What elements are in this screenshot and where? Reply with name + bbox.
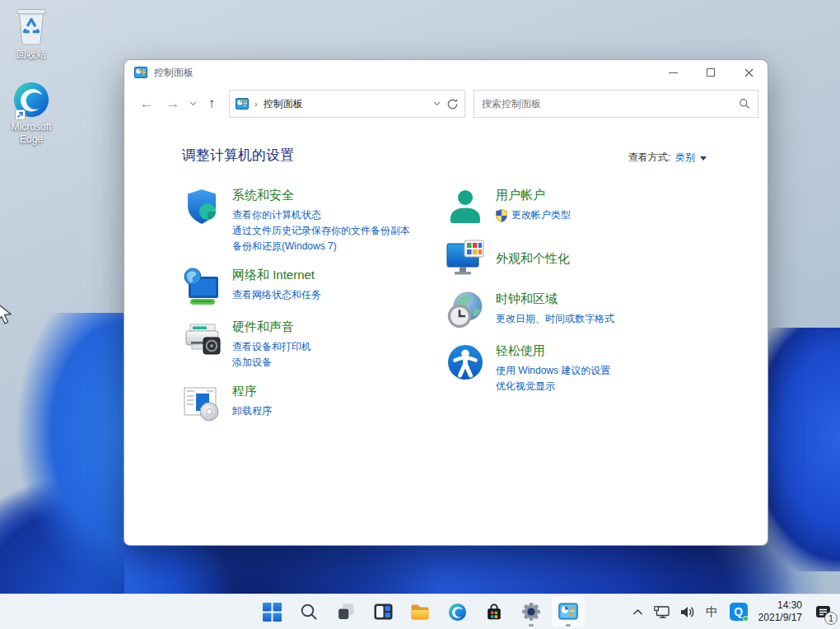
volume-tray-button[interactable]	[677, 597, 698, 627]
taskbar-control-panel-button[interactable]	[552, 596, 585, 627]
link-view-computer-status[interactable]: 查看你的计算机状态	[232, 207, 410, 223]
address-bar[interactable]: › 控制面板	[229, 90, 465, 118]
category-title[interactable]: 时钟和区域	[496, 291, 614, 307]
link-devices-printers[interactable]: 查看设备和打印机	[232, 339, 311, 355]
wallpaper-petal-left	[0, 313, 124, 594]
link-windows-suggested-settings[interactable]: 使用 Windows 建议的设置	[496, 363, 610, 379]
category-title[interactable]: 程序	[232, 384, 272, 399]
category-title[interactable]: 外观和个性化	[496, 251, 570, 267]
page-title: 调整计算机的设置	[182, 146, 294, 165]
maximize-button[interactable]	[692, 60, 730, 85]
edge-desktop-icon[interactable]: Microsoft Edge	[0, 79, 63, 146]
recycle-bin-label: 回收站	[16, 49, 46, 61]
minimize-icon	[669, 72, 678, 73]
maximize-icon	[707, 68, 715, 77]
notification-center-button[interactable]: 1	[810, 597, 836, 627]
view-by-label: 查看方式:	[628, 151, 670, 165]
search-icon	[739, 98, 750, 109]
printer-speaker-icon[interactable]	[182, 319, 222, 358]
category-appearance-personalization: 外观和个性化	[446, 239, 707, 278]
breadcrumb-separator: ›	[254, 99, 258, 109]
minimize-button[interactable]	[654, 60, 692, 85]
widgets-button[interactable]	[366, 596, 399, 627]
tray-time: 14:30	[758, 599, 802, 612]
edge-icon	[448, 603, 467, 622]
edge-icon	[12, 79, 50, 119]
link-uninstall-program[interactable]: 卸载程序	[232, 403, 272, 419]
ease-of-access-icon[interactable]	[446, 342, 485, 382]
programs-disc-icon[interactable]	[182, 383, 222, 422]
start-button[interactable]	[255, 596, 288, 627]
shortcut-arrow-icon	[15, 109, 26, 120]
windows-logo-icon	[263, 603, 282, 622]
status-dot	[743, 616, 749, 622]
clock-globe-icon[interactable]	[446, 291, 485, 330]
control-panel-icon	[236, 97, 249, 110]
task-view-icon	[337, 603, 355, 621]
close-button[interactable]	[730, 60, 768, 85]
security-shield-icon[interactable]	[182, 187, 222, 226]
link-network-status-tasks[interactable]: 查看网络状态和任务	[232, 287, 321, 303]
category-title[interactable]: 系统和安全	[232, 188, 410, 203]
qq-pinyin-tray-button[interactable]: Q	[726, 597, 751, 627]
control-panel-content: 调整计算机的设置 查看方式: 类别	[124, 123, 768, 435]
link-backup-restore-win7[interactable]: 备份和还原(Windows 7)	[232, 239, 410, 254]
view-by-dropdown-caret-icon[interactable]	[700, 156, 707, 161]
taskbar-search-button[interactable]	[292, 596, 325, 627]
category-hardware-sound: 硬件和声音 查看设备和打印机 添加设备	[182, 319, 446, 370]
category-title[interactable]: 硬件和声音	[232, 319, 311, 335]
refresh-icon[interactable]	[446, 98, 459, 110]
forward-button[interactable]: →	[160, 91, 186, 117]
speaker-icon	[680, 606, 695, 618]
up-button[interactable]: ↑	[199, 91, 224, 117]
category-title[interactable]: 轻松使用	[496, 343, 610, 359]
settings-button[interactable]	[515, 596, 548, 627]
clock[interactable]: 14:30 2021/9/17	[755, 599, 805, 624]
close-icon	[744, 68, 754, 77]
title-bar[interactable]: 控制面板	[124, 60, 768, 85]
category-system-security: 系统和安全 查看你的计算机状态 通过文件历史记录保存你的文件备份副本 备份和还原…	[182, 187, 446, 254]
network-globe-icon[interactable]	[182, 267, 222, 306]
recent-locations-chevron-icon[interactable]	[186, 91, 199, 117]
recycle-bin-icon	[13, 7, 49, 46]
link-change-date-time-format[interactable]: 更改日期、时间或数字格式	[496, 311, 614, 327]
recycle-bin-desktop-icon[interactable]: 回收站	[0, 7, 63, 61]
notification-count-badge: 1	[824, 612, 838, 625]
store-icon	[485, 603, 503, 621]
wallpaper-petal-right	[764, 328, 840, 571]
link-add-device[interactable]: 添加设备	[232, 355, 311, 370]
task-view-button[interactable]	[329, 596, 362, 627]
link-optimize-visual-display[interactable]: 优化视觉显示	[496, 379, 610, 394]
network-icon	[654, 606, 670, 618]
gear-icon	[521, 602, 541, 622]
running-indicator	[566, 624, 571, 627]
view-by-value[interactable]: 类别	[675, 151, 695, 165]
link-file-history-backup[interactable]: 通过文件历史记录保存你的文件备份副本	[232, 223, 410, 239]
file-explorer-button[interactable]	[404, 596, 436, 627]
search-box[interactable]	[474, 90, 758, 118]
view-by-control: 查看方式: 类别	[628, 151, 707, 165]
file-explorer-icon	[410, 603, 430, 621]
category-ease-of-access: 轻松使用 使用 Windows 建议的设置 优化视觉显示	[446, 342, 707, 394]
ime-indicator[interactable]: 中	[702, 597, 722, 627]
uac-shield-icon	[496, 209, 507, 222]
network-tray-button[interactable]	[651, 597, 673, 627]
link-change-account-type[interactable]: 更改帐户类型	[511, 207, 571, 223]
category-title[interactable]: 用户帐户	[496, 188, 571, 203]
category-title[interactable]: 网络和 Internet	[232, 268, 321, 283]
taskbar-edge-button[interactable]	[441, 596, 474, 627]
edge-label: Microsoft Edge	[0, 121, 63, 146]
user-icon[interactable]	[446, 187, 485, 226]
tray-overflow-button[interactable]	[629, 597, 646, 627]
microsoft-store-button[interactable]	[478, 596, 511, 627]
taskbar: 中 Q 14:30 2021/9/17 1	[0, 594, 840, 629]
control-panel-window: 控制面板 ← → ↑ ›	[124, 59, 768, 546]
appearance-monitor-icon[interactable]	[446, 239, 485, 278]
tray-date: 2021/9/17	[758, 612, 802, 624]
breadcrumb-location[interactable]: 控制面板	[264, 97, 427, 111]
control-panel-icon	[134, 66, 147, 79]
back-button[interactable]: ←	[133, 91, 160, 117]
search-input[interactable]	[482, 98, 739, 109]
address-dropdown-chevron-icon[interactable]	[433, 101, 441, 106]
category-network-internet: 网络和 Internet 查看网络状态和任务	[182, 267, 446, 306]
